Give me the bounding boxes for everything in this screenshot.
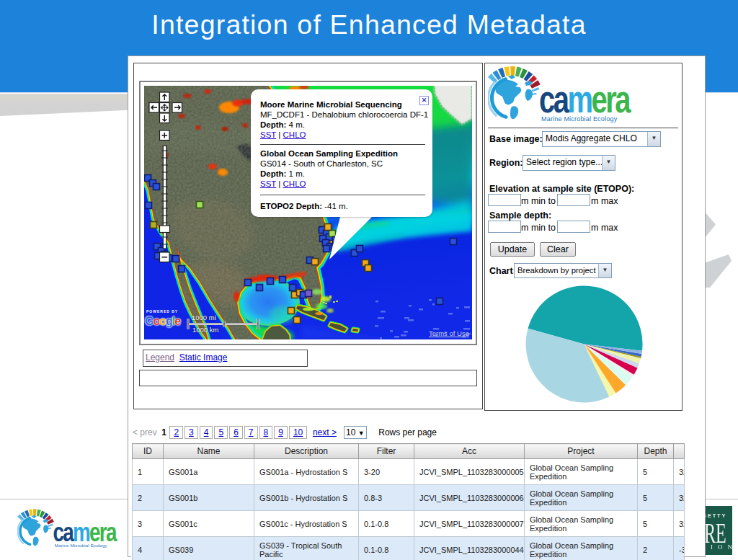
svg-text:Marine Microbial Ecology: Marine Microbial Ecology <box>55 543 108 548</box>
svg-text:camera: camera <box>539 79 632 120</box>
svg-text:1000 km: 1000 km <box>192 326 219 334</box>
svg-text:Marine Microbial Ecology: Marine Microbial Ecology <box>541 115 618 123</box>
svg-text:1000 mi: 1000 mi <box>192 314 216 321</box>
